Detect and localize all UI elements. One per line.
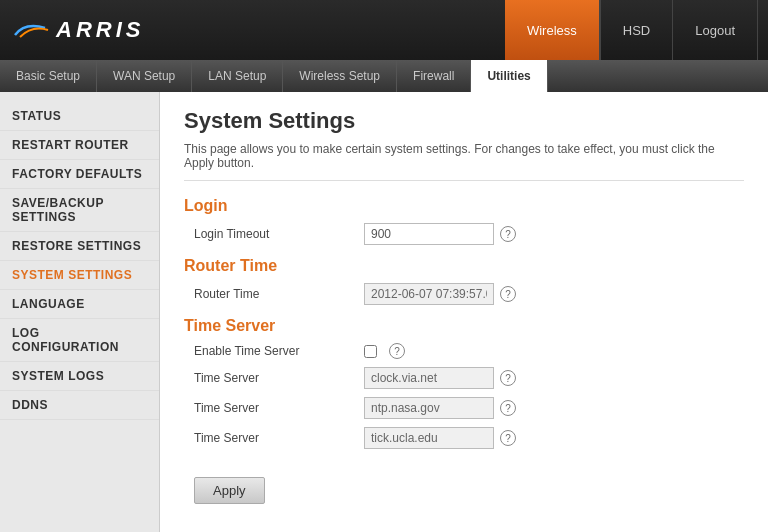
time-server-3-help-icon[interactable]: ? bbox=[500, 430, 516, 446]
sidebar-item-restart-router[interactable]: RESTART ROUTER bbox=[0, 131, 159, 160]
time-server-2-row: Time Server ? bbox=[184, 397, 744, 419]
enable-time-server-checkbox[interactable] bbox=[364, 345, 377, 358]
enable-time-server-row: Enable Time Server ? bbox=[184, 343, 744, 359]
login-timeout-row: Login Timeout ? bbox=[184, 223, 744, 245]
sidebar-item-restore-settings[interactable]: RESTORE SETTINGS bbox=[0, 232, 159, 261]
sidebar-item-factory-defaults[interactable]: FACTORY DEFAULTS bbox=[0, 160, 159, 189]
top-nav: Wireless HSD Logout bbox=[240, 0, 758, 60]
sidebar-item-language[interactable]: LANGUAGE bbox=[0, 290, 159, 319]
router-time-input bbox=[364, 283, 494, 305]
nav-tab-hsd[interactable]: HSD bbox=[600, 0, 673, 60]
enable-time-server-label: Enable Time Server bbox=[194, 344, 364, 358]
nav-tab-wireless[interactable]: Wireless bbox=[505, 0, 600, 60]
page-title: System Settings bbox=[184, 108, 744, 134]
time-server-2-input[interactable] bbox=[364, 397, 494, 419]
tab-firewall[interactable]: Firewall bbox=[397, 60, 471, 92]
sidebar: STATUS RESTART ROUTER FACTORY DEFAULTS S… bbox=[0, 92, 160, 532]
time-server-2-label: Time Server bbox=[194, 401, 364, 415]
time-server-2-help-icon[interactable]: ? bbox=[500, 400, 516, 416]
nav-tab-logout[interactable]: Logout bbox=[673, 0, 758, 60]
sidebar-item-system-logs[interactable]: SYSTEM LOGS bbox=[0, 362, 159, 391]
logo-area: ARRIS bbox=[10, 17, 240, 43]
sidebar-item-status[interactable]: STATUS bbox=[0, 102, 159, 131]
enable-time-server-help-icon[interactable]: ? bbox=[389, 343, 405, 359]
sidebar-item-save-backup[interactable]: SAVE/BACKUP SETTINGS bbox=[0, 189, 159, 232]
login-timeout-help-icon[interactable]: ? bbox=[500, 226, 516, 242]
login-timeout-label: Login Timeout bbox=[194, 227, 364, 241]
sidebar-item-ddns[interactable]: DDNS bbox=[0, 391, 159, 420]
arris-swoosh-icon bbox=[10, 20, 50, 40]
tab-lan-setup[interactable]: LAN Setup bbox=[192, 60, 283, 92]
section-title-router-time: Router Time bbox=[184, 257, 744, 275]
main-content: System Settings This page allows you to … bbox=[160, 92, 768, 532]
tab-wan-setup[interactable]: WAN Setup bbox=[97, 60, 192, 92]
brand-name: ARRIS bbox=[56, 17, 144, 43]
tab-utilities[interactable]: Utilities bbox=[471, 60, 547, 92]
section-title-time-server: Time Server bbox=[184, 317, 744, 335]
time-server-1-label: Time Server bbox=[194, 371, 364, 385]
time-server-1-input[interactable] bbox=[364, 367, 494, 389]
apply-button[interactable]: Apply bbox=[194, 477, 265, 504]
time-server-1-help-icon[interactable]: ? bbox=[500, 370, 516, 386]
time-server-3-label: Time Server bbox=[194, 431, 364, 445]
login-timeout-input[interactable] bbox=[364, 223, 494, 245]
router-time-help-icon[interactable]: ? bbox=[500, 286, 516, 302]
sidebar-item-system-settings[interactable]: SYSTEM SETTINGS bbox=[0, 261, 159, 290]
time-server-3-row: Time Server ? bbox=[184, 427, 744, 449]
time-server-1-row: Time Server ? bbox=[184, 367, 744, 389]
tab-basic-setup[interactable]: Basic Setup bbox=[0, 60, 97, 92]
sub-nav: Basic Setup WAN Setup LAN Setup Wireless… bbox=[0, 60, 768, 92]
router-time-row: Router Time ? bbox=[184, 283, 744, 305]
top-bar: ARRIS Wireless HSD Logout bbox=[0, 0, 768, 60]
sidebar-item-log-configuration[interactable]: LOG CONFIGURATION bbox=[0, 319, 159, 362]
tab-wireless-setup[interactable]: Wireless Setup bbox=[283, 60, 397, 92]
content-area: setuprouter STATUS RESTART ROUTER FACTOR… bbox=[0, 92, 768, 532]
page-description: This page allows you to make certain sys… bbox=[184, 142, 744, 181]
router-time-label: Router Time bbox=[194, 287, 364, 301]
section-title-login: Login bbox=[184, 197, 744, 215]
time-server-3-input[interactable] bbox=[364, 427, 494, 449]
